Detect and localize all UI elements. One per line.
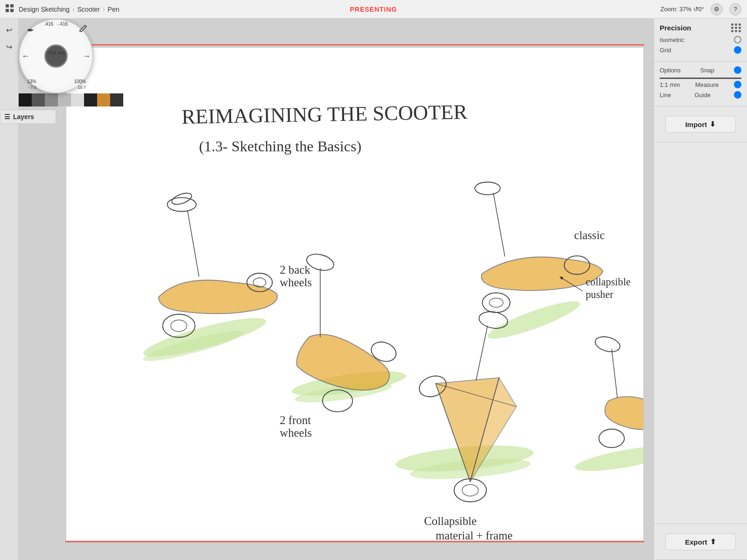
breadcrumb-app[interactable]: Design Sketching [19, 6, 70, 13]
import-icon: ⬇ [710, 120, 716, 128]
export-icon: ⬆ [710, 538, 716, 546]
swatch-color-red[interactable] [97, 93, 110, 106]
grid-dots-icon [731, 23, 741, 32]
zoom-label: Zoom: 37% ↺0° [660, 6, 704, 13]
undo-button[interactable]: ↩ [2, 22, 17, 37]
layers-header[interactable]: ☰ Layers [4, 113, 52, 121]
layers-panel: ☰ Layers [0, 110, 56, 124]
measure-label: Measure [695, 81, 719, 88]
pencil-icon[interactable] [78, 23, 88, 35]
options-row: Options Snap [660, 66, 741, 74]
guide-label: Guide [694, 92, 711, 99]
grid-label: Grid [660, 47, 671, 54]
layers-label: Layers [13, 113, 34, 121]
svg-text:wheels: wheels [280, 426, 312, 439]
swatch-3[interactable] [45, 93, 58, 106]
layers-menu-icon: ☰ [4, 113, 10, 121]
breadcrumb-project[interactable]: Scooter [78, 6, 100, 13]
wheel-size-br: 10.7 [78, 85, 86, 90]
apps-grid-icon[interactable] [6, 4, 14, 14]
help-button[interactable]: ? [729, 3, 741, 15]
svg-text:collapsible: collapsible [585, 276, 630, 288]
grid-row: Grid [660, 46, 741, 54]
redo-button[interactable]: ↪ [2, 39, 17, 54]
options-section: Options Snap 1:1 mm Measure Line Guide [654, 62, 747, 106]
import-button[interactable]: Import ⬇ [665, 116, 736, 133]
swatch-dark-bar[interactable] [110, 93, 123, 106]
tool-wheel: .416 -.416 ✒ ← → .416 mm 13% 100% -.7.5 … [19, 19, 93, 93]
grid-toggle[interactable] [734, 46, 741, 54]
swatch-6[interactable] [84, 93, 97, 106]
export-button[interactable]: Export ⬆ [665, 533, 736, 550]
back-arrow-icon[interactable]: ← [21, 51, 30, 61]
presenting-label: PRESENTING [350, 6, 397, 13]
measure-row: 1:1 mm Measure [660, 81, 741, 88]
divider [660, 78, 741, 79]
snap-label: Snap [700, 67, 714, 74]
brush-icon[interactable]: ✒ [27, 25, 34, 35]
breadcrumb: Design Sketching › Scooter › Pen [19, 6, 119, 13]
left-toolbar: ↩ ↪ [0, 19, 19, 560]
precision-title: Precision [660, 23, 741, 32]
wheel-pct-left: 13% [27, 79, 36, 84]
precision-section: Precision Isometric Grid [654, 19, 747, 62]
top-right-controls: Zoom: 37% ↺0° ⚙ ? [660, 3, 741, 15]
wheel-size-bl: -.7.5 [28, 85, 36, 90]
forward-arrow-icon[interactable]: → [82, 51, 91, 61]
svg-rect-2 [6, 9, 9, 12]
wheel-mm-label: .416 mm [47, 50, 65, 56]
isometric-label: Isometric [660, 36, 684, 43]
snap-toggle[interactable] [734, 66, 741, 74]
svg-rect-3 [10, 9, 14, 12]
options-label: Options [660, 67, 681, 74]
svg-text:Collapsible: Collapsible [424, 515, 477, 527]
swatch-1[interactable] [19, 93, 32, 106]
svg-text:2 back: 2 back [280, 263, 310, 276]
swatch-2[interactable] [32, 93, 45, 106]
measure-size-label: 1:1 mm [660, 81, 680, 88]
isometric-row: Isometric [660, 36, 741, 43]
settings-button[interactable]: ⚙ [711, 3, 723, 15]
wheel-size-top: .416 -.416 [44, 21, 68, 27]
right-panel: Precision Isometric Grid Options Snap 1:… [654, 19, 747, 560]
svg-text:material + frame: material + frame [436, 529, 513, 540]
canvas-frame[interactable]: REIMAGINING THE SCOOTER (1.3- Sketching … [65, 47, 644, 541]
wheel-pct-right: 100% [74, 79, 86, 84]
panel-spacer [654, 142, 747, 524]
svg-rect-0 [6, 4, 9, 7]
measure-toggle[interactable] [734, 81, 741, 88]
swatch-4[interactable] [58, 93, 71, 106]
svg-text:2 front: 2 front [280, 414, 311, 426]
isometric-toggle[interactable] [734, 36, 741, 43]
guide-row: Line Guide [660, 91, 741, 99]
top-bar: Design Sketching › Scooter › Pen PRESENT… [0, 0, 747, 19]
svg-text:classic: classic [574, 229, 605, 241]
wheel-center-button[interactable] [44, 44, 68, 68]
svg-rect-1 [10, 4, 14, 7]
breadcrumb-sep2: › [103, 6, 105, 13]
sketch-canvas[interactable]: REIMAGINING THE SCOOTER (1.3- Sketching … [66, 48, 643, 540]
svg-text:pusher: pusher [585, 289, 613, 300]
canvas-red-line-top [65, 44, 644, 45]
breadcrumb-tool[interactable]: Pen [108, 6, 120, 13]
guide-toggle[interactable] [734, 91, 741, 99]
breadcrumb-sep1: › [72, 6, 75, 13]
svg-text:(1.3- Sketching the Basics): (1.3- Sketching the Basics) [199, 138, 361, 155]
svg-text:wheels: wheels [280, 276, 312, 289]
line-label: Line [660, 92, 671, 99]
svg-text:REIMAGINING THE SCOOTER: REIMAGINING THE SCOOTER [182, 100, 468, 128]
import-section: Import ⬇ [654, 106, 747, 142]
color-swatches [19, 93, 123, 106]
swatch-5[interactable] [71, 93, 84, 106]
canvas-red-line-bottom [65, 541, 644, 542]
export-section: Export ⬆ [654, 524, 747, 560]
